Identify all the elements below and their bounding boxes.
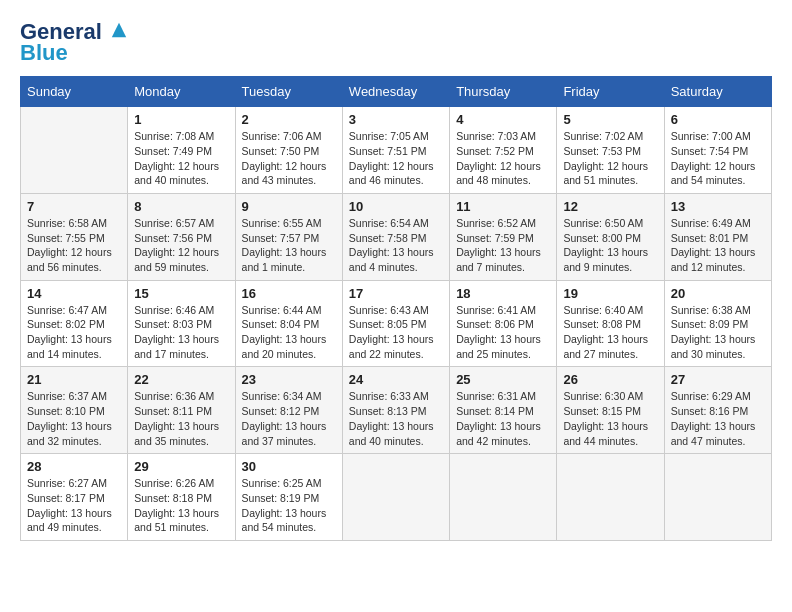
- calendar-cell: 11Sunrise: 6:52 AMSunset: 7:59 PMDayligh…: [450, 193, 557, 280]
- cell-content: Sunrise: 6:55 AMSunset: 7:57 PMDaylight:…: [242, 216, 336, 275]
- day-number: 20: [671, 286, 765, 301]
- cell-content: Sunrise: 6:52 AMSunset: 7:59 PMDaylight:…: [456, 216, 550, 275]
- cell-content: Sunrise: 6:46 AMSunset: 8:03 PMDaylight:…: [134, 303, 228, 362]
- calendar-cell: 9Sunrise: 6:55 AMSunset: 7:57 PMDaylight…: [235, 193, 342, 280]
- day-number: 18: [456, 286, 550, 301]
- cell-content: Sunrise: 6:34 AMSunset: 8:12 PMDaylight:…: [242, 389, 336, 448]
- calendar-cell: 23Sunrise: 6:34 AMSunset: 8:12 PMDayligh…: [235, 367, 342, 454]
- weekday-header-row: SundayMondayTuesdayWednesdayThursdayFrid…: [21, 77, 772, 107]
- header: General Blue: [20, 20, 772, 66]
- day-number: 24: [349, 372, 443, 387]
- cell-content: Sunrise: 6:27 AMSunset: 8:17 PMDaylight:…: [27, 476, 121, 535]
- day-number: 14: [27, 286, 121, 301]
- calendar-cell: [450, 454, 557, 541]
- calendar-table: SundayMondayTuesdayWednesdayThursdayFrid…: [20, 76, 772, 541]
- cell-content: Sunrise: 6:44 AMSunset: 8:04 PMDaylight:…: [242, 303, 336, 362]
- cell-content: Sunrise: 6:31 AMSunset: 8:14 PMDaylight:…: [456, 389, 550, 448]
- weekday-friday: Friday: [557, 77, 664, 107]
- day-number: 12: [563, 199, 657, 214]
- calendar-cell: 7Sunrise: 6:58 AMSunset: 7:55 PMDaylight…: [21, 193, 128, 280]
- weekday-monday: Monday: [128, 77, 235, 107]
- calendar-cell: 19Sunrise: 6:40 AMSunset: 8:08 PMDayligh…: [557, 280, 664, 367]
- cell-content: Sunrise: 6:33 AMSunset: 8:13 PMDaylight:…: [349, 389, 443, 448]
- calendar-cell: 27Sunrise: 6:29 AMSunset: 8:16 PMDayligh…: [664, 367, 771, 454]
- calendar-cell: 2Sunrise: 7:06 AMSunset: 7:50 PMDaylight…: [235, 107, 342, 194]
- cell-content: Sunrise: 6:26 AMSunset: 8:18 PMDaylight:…: [134, 476, 228, 535]
- calendar-cell: 21Sunrise: 6:37 AMSunset: 8:10 PMDayligh…: [21, 367, 128, 454]
- cell-content: Sunrise: 6:47 AMSunset: 8:02 PMDaylight:…: [27, 303, 121, 362]
- cell-content: Sunrise: 6:40 AMSunset: 8:08 PMDaylight:…: [563, 303, 657, 362]
- calendar-cell: 15Sunrise: 6:46 AMSunset: 8:03 PMDayligh…: [128, 280, 235, 367]
- calendar-cell: 4Sunrise: 7:03 AMSunset: 7:52 PMDaylight…: [450, 107, 557, 194]
- calendar-cell: 22Sunrise: 6:36 AMSunset: 8:11 PMDayligh…: [128, 367, 235, 454]
- calendar-cell: [557, 454, 664, 541]
- day-number: 28: [27, 459, 121, 474]
- weekday-saturday: Saturday: [664, 77, 771, 107]
- calendar-cell: 1Sunrise: 7:08 AMSunset: 7:49 PMDaylight…: [128, 107, 235, 194]
- cell-content: Sunrise: 6:37 AMSunset: 8:10 PMDaylight:…: [27, 389, 121, 448]
- calendar-cell: 10Sunrise: 6:54 AMSunset: 7:58 PMDayligh…: [342, 193, 449, 280]
- weekday-tuesday: Tuesday: [235, 77, 342, 107]
- day-number: 21: [27, 372, 121, 387]
- day-number: 13: [671, 199, 765, 214]
- calendar-week-3: 14Sunrise: 6:47 AMSunset: 8:02 PMDayligh…: [21, 280, 772, 367]
- day-number: 1: [134, 112, 228, 127]
- cell-content: Sunrise: 6:30 AMSunset: 8:15 PMDaylight:…: [563, 389, 657, 448]
- cell-content: Sunrise: 6:58 AMSunset: 7:55 PMDaylight:…: [27, 216, 121, 275]
- calendar-week-1: 1Sunrise: 7:08 AMSunset: 7:49 PMDaylight…: [21, 107, 772, 194]
- day-number: 7: [27, 199, 121, 214]
- day-number: 8: [134, 199, 228, 214]
- cell-content: Sunrise: 6:43 AMSunset: 8:05 PMDaylight:…: [349, 303, 443, 362]
- calendar-cell: 12Sunrise: 6:50 AMSunset: 8:00 PMDayligh…: [557, 193, 664, 280]
- day-number: 15: [134, 286, 228, 301]
- cell-content: Sunrise: 7:06 AMSunset: 7:50 PMDaylight:…: [242, 129, 336, 188]
- cell-content: Sunrise: 6:25 AMSunset: 8:19 PMDaylight:…: [242, 476, 336, 535]
- calendar-cell: 24Sunrise: 6:33 AMSunset: 8:13 PMDayligh…: [342, 367, 449, 454]
- day-number: 22: [134, 372, 228, 387]
- cell-content: Sunrise: 7:08 AMSunset: 7:49 PMDaylight:…: [134, 129, 228, 188]
- calendar-week-4: 21Sunrise: 6:37 AMSunset: 8:10 PMDayligh…: [21, 367, 772, 454]
- calendar-cell: 3Sunrise: 7:05 AMSunset: 7:51 PMDaylight…: [342, 107, 449, 194]
- cell-content: Sunrise: 6:41 AMSunset: 8:06 PMDaylight:…: [456, 303, 550, 362]
- day-number: 6: [671, 112, 765, 127]
- day-number: 5: [563, 112, 657, 127]
- day-number: 29: [134, 459, 228, 474]
- calendar-cell: 13Sunrise: 6:49 AMSunset: 8:01 PMDayligh…: [664, 193, 771, 280]
- day-number: 19: [563, 286, 657, 301]
- weekday-thursday: Thursday: [450, 77, 557, 107]
- calendar-cell: 20Sunrise: 6:38 AMSunset: 8:09 PMDayligh…: [664, 280, 771, 367]
- calendar-cell: 29Sunrise: 6:26 AMSunset: 8:18 PMDayligh…: [128, 454, 235, 541]
- cell-content: Sunrise: 6:36 AMSunset: 8:11 PMDaylight:…: [134, 389, 228, 448]
- weekday-sunday: Sunday: [21, 77, 128, 107]
- cell-content: Sunrise: 6:54 AMSunset: 7:58 PMDaylight:…: [349, 216, 443, 275]
- calendar-cell: 8Sunrise: 6:57 AMSunset: 7:56 PMDaylight…: [128, 193, 235, 280]
- logo-icon: [110, 21, 128, 39]
- cell-content: Sunrise: 6:50 AMSunset: 8:00 PMDaylight:…: [563, 216, 657, 275]
- calendar-cell: 6Sunrise: 7:00 AMSunset: 7:54 PMDaylight…: [664, 107, 771, 194]
- day-number: 2: [242, 112, 336, 127]
- day-number: 26: [563, 372, 657, 387]
- calendar-cell: [664, 454, 771, 541]
- weekday-wednesday: Wednesday: [342, 77, 449, 107]
- calendar-cell: [342, 454, 449, 541]
- day-number: 23: [242, 372, 336, 387]
- day-number: 25: [456, 372, 550, 387]
- calendar-cell: 17Sunrise: 6:43 AMSunset: 8:05 PMDayligh…: [342, 280, 449, 367]
- logo: General Blue: [20, 20, 128, 66]
- day-number: 4: [456, 112, 550, 127]
- calendar-cell: 18Sunrise: 6:41 AMSunset: 8:06 PMDayligh…: [450, 280, 557, 367]
- calendar-cell: 25Sunrise: 6:31 AMSunset: 8:14 PMDayligh…: [450, 367, 557, 454]
- day-number: 27: [671, 372, 765, 387]
- day-number: 17: [349, 286, 443, 301]
- calendar-cell: 14Sunrise: 6:47 AMSunset: 8:02 PMDayligh…: [21, 280, 128, 367]
- day-number: 3: [349, 112, 443, 127]
- cell-content: Sunrise: 6:57 AMSunset: 7:56 PMDaylight:…: [134, 216, 228, 275]
- day-number: 11: [456, 199, 550, 214]
- calendar-cell: 28Sunrise: 6:27 AMSunset: 8:17 PMDayligh…: [21, 454, 128, 541]
- calendar-cell: 16Sunrise: 6:44 AMSunset: 8:04 PMDayligh…: [235, 280, 342, 367]
- day-number: 16: [242, 286, 336, 301]
- svg-marker-0: [112, 23, 126, 37]
- day-number: 30: [242, 459, 336, 474]
- cell-content: Sunrise: 7:03 AMSunset: 7:52 PMDaylight:…: [456, 129, 550, 188]
- calendar-cell: 30Sunrise: 6:25 AMSunset: 8:19 PMDayligh…: [235, 454, 342, 541]
